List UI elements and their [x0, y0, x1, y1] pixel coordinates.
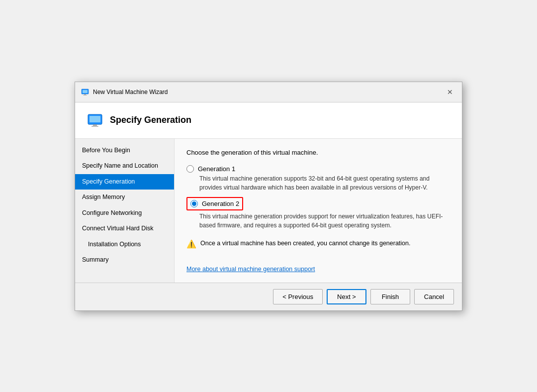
generation2-option: Generation 2 This virtual machine genera…: [186, 197, 450, 230]
finish-button[interactable]: Finish: [370, 289, 410, 304]
window-title: New Virtual Machine Wizard: [93, 89, 168, 96]
generation1-label[interactable]: Generation 1: [198, 165, 235, 173]
svg-rect-7: [91, 126, 98, 127]
sidebar-item-specify-generation[interactable]: Specify Generation: [75, 174, 174, 190]
generation2-radio[interactable]: [190, 200, 198, 207]
generation1-description: This virtual machine generation supports…: [199, 174, 450, 192]
cancel-button[interactable]: Cancel: [414, 289, 454, 304]
svg-rect-1: [83, 90, 88, 93]
main-content: Choose the generation of this virtual ma…: [175, 139, 462, 283]
previous-button[interactable]: < Previous: [273, 289, 323, 304]
sidebar-item-specify-name-location[interactable]: Specify Name and Location: [75, 158, 174, 174]
svg-rect-5: [90, 116, 100, 122]
page-title: Specify Generation: [110, 115, 191, 125]
close-button[interactable]: ✕: [444, 86, 456, 98]
generation2-description: This virtual machine generation provides…: [199, 212, 450, 230]
sidebar-item-summary[interactable]: Summary: [75, 252, 174, 268]
header-section: Specify Generation: [75, 102, 462, 139]
vm-icon: [81, 88, 89, 96]
generation1-option: Generation 1 This virtual machine genera…: [186, 165, 450, 192]
footer: < Previous Next > Finish Cancel: [75, 283, 462, 310]
sidebar-item-configure-networking[interactable]: Configure Networking: [75, 205, 174, 221]
intro-text: Choose the generation of this virtual ma…: [186, 149, 450, 156]
header-vm-icon: [87, 112, 103, 128]
generation2-label-row-highlighted: Generation 2: [186, 197, 243, 210]
title-bar-left: New Virtual Machine Wizard: [81, 88, 168, 96]
sidebar: Before You Begin Specify Name and Locati…: [75, 139, 175, 283]
svg-rect-6: [93, 124, 97, 126]
sidebar-item-connect-vhd[interactable]: Connect Virtual Hard Disk: [75, 221, 174, 237]
sidebar-item-installation-options[interactable]: Installation Options: [75, 237, 174, 253]
warning-row: ⚠️ Once a virtual machine has been creat…: [186, 240, 450, 248]
warning-text: Once a virtual machine has been created,…: [200, 240, 411, 247]
help-link[interactable]: More about virtual machine generation su…: [186, 266, 315, 273]
svg-rect-3: [83, 95, 87, 96]
next-button[interactable]: Next >: [327, 289, 366, 304]
generation1-radio[interactable]: [186, 165, 194, 173]
warning-icon: ⚠️: [186, 240, 196, 248]
dialog-window: New Virtual Machine Wizard ✕ Specify Gen…: [75, 82, 462, 311]
sidebar-item-assign-memory[interactable]: Assign Memory: [75, 190, 174, 205]
title-bar: New Virtual Machine Wizard ✕: [75, 82, 462, 102]
generation2-label[interactable]: Generation 2: [202, 200, 239, 207]
radio-group: Generation 1 This virtual machine genera…: [186, 165, 450, 248]
content-area: Before You Begin Specify Name and Locati…: [75, 139, 462, 283]
link-section: More about virtual machine generation su…: [186, 255, 450, 273]
svg-rect-2: [84, 94, 86, 95]
sidebar-item-before-you-begin[interactable]: Before You Begin: [75, 143, 174, 159]
generation1-label-row: Generation 1: [186, 165, 450, 173]
